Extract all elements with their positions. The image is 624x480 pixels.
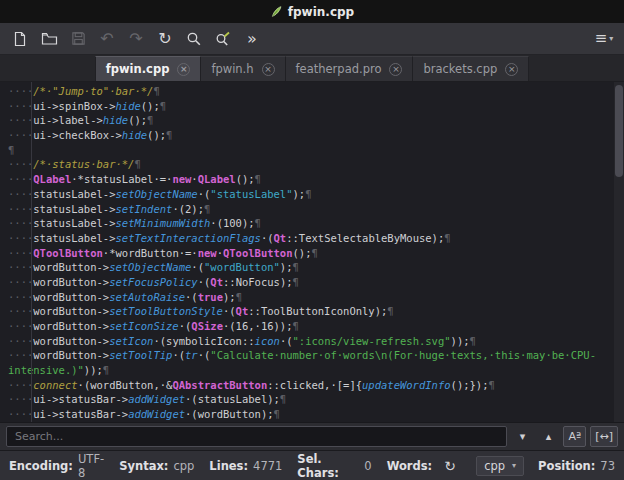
code-area: ····/*·"Jump·to"·bar·*/¶····ui->spinBox-… xyxy=(8,84,614,422)
window-title: fpwin.cpp xyxy=(288,5,354,19)
undo-icon: ↶ xyxy=(100,31,113,47)
code-line: ····ui->spinBox->hide();¶ xyxy=(8,99,614,114)
featherpad-window: fpwin.cpp ↶ ↷ xyxy=(0,0,624,480)
tab-label: fpwin.h xyxy=(211,62,253,76)
search-input[interactable] xyxy=(6,426,507,447)
code-line: ····wordButton->setToolTip·(tr·("Calcula… xyxy=(8,348,614,363)
find-replace-icon xyxy=(215,31,231,47)
syntax-combo-value: cpp xyxy=(484,459,505,473)
statusbar-items: Encoding:UTF-8Syntax:cppLines:4771Sel. C… xyxy=(9,452,432,480)
tab-brackets.cpp[interactable]: brackets.cpp× xyxy=(413,56,529,81)
status-lines: Lines:4771 xyxy=(209,459,282,473)
featherpad-icon xyxy=(270,5,283,18)
code-line: ····/*·"Jump·to"·bar·*/¶ xyxy=(8,84,614,99)
open-folder-icon xyxy=(41,31,58,47)
new-file-button[interactable] xyxy=(7,27,33,51)
scrollbar-handle[interactable] xyxy=(615,85,623,177)
indent-guide-line xyxy=(31,82,32,422)
tab-fpwin.cpp[interactable]: fpwin.cpp× xyxy=(95,56,202,81)
tab-label: fpwin.cpp xyxy=(106,62,170,76)
status-encoding: Encoding:UTF-8 xyxy=(9,452,104,480)
menu-dropdown-arrow-icon: ▾ xyxy=(609,35,613,43)
status-selchars: Sel. Chars:0 xyxy=(297,452,371,480)
match-case-button[interactable]: Aª xyxy=(563,426,586,447)
reload-button[interactable]: ↻ xyxy=(152,27,178,51)
editor-scrollbar[interactable] xyxy=(614,82,624,422)
match-case-icon: Aª xyxy=(568,430,581,443)
tab-bar: fpwin.cpp×fpwin.h×featherpad.pro×bracket… xyxy=(0,55,624,82)
chevron-down-icon: ▾ xyxy=(520,430,526,443)
tab-close-icon[interactable]: × xyxy=(505,63,518,76)
code-line: ····QToolButton·*wordButton·=·new·QToolB… xyxy=(8,246,614,261)
undo-button[interactable]: ↶ xyxy=(94,27,120,51)
code-line: ····ui->checkBox->hide();¶ xyxy=(8,128,614,143)
tab-featherpad.pro[interactable]: featherpad.pro× xyxy=(286,56,414,81)
save-icon xyxy=(71,31,86,46)
syntax-combo[interactable]: cpp ▾ xyxy=(476,456,524,476)
new-file-icon xyxy=(12,31,28,47)
overflow-chevron-icon: » xyxy=(247,31,257,47)
code-line: ····connect·(wordButton,·&QAbstractButto… xyxy=(8,378,614,393)
menu-button[interactable]: ≡ ▾ xyxy=(591,27,617,51)
position-label: Position: xyxy=(538,459,595,473)
toolbar-overflow-button[interactable]: » xyxy=(239,27,265,51)
tab-label: brackets.cpp xyxy=(423,62,497,76)
search-icon xyxy=(186,31,202,47)
chevron-up-icon: ▴ xyxy=(546,430,552,443)
tab-close-icon[interactable]: × xyxy=(262,63,275,76)
search-next-button[interactable]: ▾ xyxy=(511,426,533,447)
code-line: ····ui->label->hide();¶ xyxy=(8,113,614,128)
refresh-icon: ↻ xyxy=(444,459,456,473)
status-words: Words: xyxy=(387,459,433,473)
word-count-refresh-button[interactable]: ↻ xyxy=(439,455,461,476)
open-file-button[interactable] xyxy=(36,27,62,51)
code-line: ····wordButton->setIconSize·(QSize·(16,·… xyxy=(8,319,614,334)
status-syntax: Syntax:cpp xyxy=(119,459,194,473)
code-line: ····wordButton->setFocusPolicy·(Qt::NoFo… xyxy=(8,275,614,290)
code-line: ····QLabel·*statusLabel·=·new·QLabel();¶ xyxy=(8,172,614,187)
tab-close-icon[interactable]: × xyxy=(389,63,402,76)
code-line: intensive.)"));¶ xyxy=(8,363,614,378)
reload-icon: ↻ xyxy=(158,31,171,47)
statusbar-right: cpp ▾ Position: 73 xyxy=(476,456,615,476)
search-button[interactable] xyxy=(181,27,207,51)
redo-button[interactable]: ↷ xyxy=(123,27,149,51)
code-line: ····wordButton->setToolButtonStyle·(Qt::… xyxy=(8,304,614,319)
chevron-down-icon: ▾ xyxy=(512,461,516,470)
code-line: ¶ xyxy=(8,143,614,158)
code-line: ····wordButton->setObjectName·("wordButt… xyxy=(8,260,614,275)
code-editor[interactable]: ····/*·"Jump·to"·bar·*/¶····ui->spinBox-… xyxy=(0,82,624,422)
code-line: ····ui->statusBar->addWidget·(statusLabe… xyxy=(8,392,614,407)
tab-fpwin.h[interactable]: fpwin.h× xyxy=(201,56,285,81)
cursor-position: Position: 73 xyxy=(538,459,615,473)
code-line: ····wordButton->setAutoRaise·(true);¶ xyxy=(8,290,614,305)
code-line: ····statusLabel->setIndent·(2);¶ xyxy=(8,202,614,217)
code-line: ····statusLabel->setTextInteractionFlags… xyxy=(8,231,614,246)
whole-word-icon: [↔] xyxy=(595,430,613,443)
save-file-button[interactable] xyxy=(65,27,91,51)
position-value: 73 xyxy=(600,459,615,473)
tab-label: featherpad.pro xyxy=(296,62,382,76)
whole-words-button[interactable]: [↔] xyxy=(590,426,618,447)
find-replace-button[interactable] xyxy=(210,27,236,51)
code-line: ····ui->statusBar->addWidget·(wordButton… xyxy=(8,407,614,422)
redo-icon: ↷ xyxy=(129,31,142,47)
code-line: ····statusLabel->setMinimumWidth·(100);¶ xyxy=(8,216,614,231)
toolbar: ↶ ↷ ↻ » ≡ ▾ xyxy=(0,23,624,55)
code-line: ····statusLabel->setObjectName·("statusL… xyxy=(8,187,614,202)
code-line: ····wordButton->setIcon·(symbolicIcon::i… xyxy=(8,334,614,349)
status-bar: Encoding:UTF-8Syntax:cppLines:4771Sel. C… xyxy=(0,450,624,480)
search-previous-button[interactable]: ▴ xyxy=(537,426,559,447)
search-bar: ▾ ▴ Aª [↔] xyxy=(0,422,624,450)
code-line: ····/*·status·bar·*/¶ xyxy=(8,157,614,172)
tab-close-icon[interactable]: × xyxy=(177,63,190,76)
hamburger-icon: ≡ xyxy=(595,31,608,46)
title-bar: fpwin.cpp xyxy=(0,0,624,23)
